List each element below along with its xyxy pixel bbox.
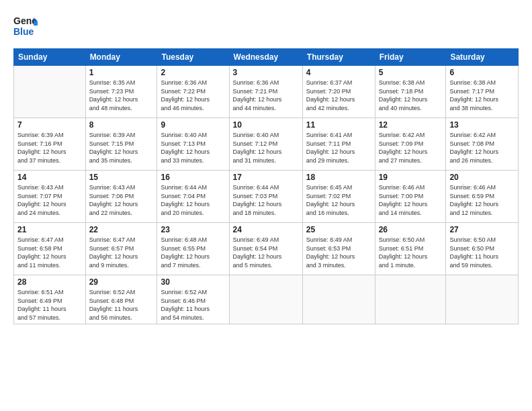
day-number: 11 — [306, 120, 371, 130]
calendar-cell: 23Sunrise: 6:48 AMSunset: 6:55 PMDayligh… — [157, 223, 229, 275]
day-number: 27 — [449, 225, 515, 234]
day-info: Sunrise: 6:42 AMSunset: 7:09 PMDaylight:… — [379, 131, 443, 165]
calendar-cell: 1Sunrise: 6:35 AMSunset: 7:23 PMDaylight… — [85, 66, 157, 118]
day-number: 7 — [17, 120, 82, 130]
day-number: 22 — [89, 225, 154, 234]
calendar-cell — [302, 275, 375, 324]
day-number: 1 — [89, 68, 154, 77]
day-number: 24 — [233, 225, 299, 234]
day-info: Sunrise: 6:36 AMSunset: 7:22 PMDaylight:… — [161, 79, 225, 112]
day-info: Sunrise: 6:49 AMSunset: 6:54 PMDaylight:… — [233, 236, 299, 269]
calendar-cell: 14Sunrise: 6:43 AMSunset: 7:07 PMDayligh… — [14, 171, 86, 223]
calendar-cell: 2Sunrise: 6:36 AMSunset: 7:22 PMDaylight… — [157, 66, 229, 118]
calendar-header-row: SundayMondayTuesdayWednesdayThursdayFrid… — [14, 49, 519, 66]
calendar-week-row: 21Sunrise: 6:47 AMSunset: 6:58 PMDayligh… — [14, 223, 519, 275]
calendar-cell: 19Sunrise: 6:46 AMSunset: 7:00 PMDayligh… — [375, 171, 446, 223]
day-number: 17 — [233, 173, 299, 182]
calendar-cell: 13Sunrise: 6:42 AMSunset: 7:08 PMDayligh… — [446, 118, 519, 171]
day-number: 10 — [233, 120, 299, 130]
calendar-cell: 21Sunrise: 6:47 AMSunset: 6:58 PMDayligh… — [14, 223, 86, 275]
day-info: Sunrise: 6:43 AMSunset: 7:07 PMDaylight:… — [17, 183, 82, 217]
logo: General Blue — [13, 12, 38, 42]
weekday-header-saturday: Saturday — [446, 49, 519, 66]
calendar-cell: 10Sunrise: 6:40 AMSunset: 7:12 PMDayligh… — [229, 118, 302, 171]
day-info: Sunrise: 6:42 AMSunset: 7:08 PMDaylight:… — [449, 131, 515, 165]
day-number: 3 — [233, 68, 299, 77]
day-number: 12 — [379, 120, 443, 130]
day-info: Sunrise: 6:46 AMSunset: 6:59 PMDaylight:… — [449, 183, 515, 217]
day-info: Sunrise: 6:38 AMSunset: 7:17 PMDaylight:… — [449, 79, 515, 112]
calendar-cell: 6Sunrise: 6:38 AMSunset: 7:17 PMDaylight… — [446, 66, 519, 118]
day-info: Sunrise: 6:44 AMSunset: 7:03 PMDaylight:… — [233, 183, 299, 217]
day-number: 20 — [449, 173, 515, 182]
calendar-cell: 4Sunrise: 6:37 AMSunset: 7:20 PMDaylight… — [302, 66, 375, 118]
day-info: Sunrise: 6:52 AMSunset: 6:46 PMDaylight:… — [161, 288, 225, 322]
day-info: Sunrise: 6:39 AMSunset: 7:15 PMDaylight:… — [89, 131, 154, 165]
calendar-cell: 27Sunrise: 6:50 AMSunset: 6:50 PMDayligh… — [446, 223, 519, 275]
day-number: 6 — [449, 68, 515, 77]
day-number: 4 — [306, 68, 371, 77]
calendar-cell: 12Sunrise: 6:42 AMSunset: 7:09 PMDayligh… — [375, 118, 446, 171]
day-number: 29 — [89, 277, 154, 287]
day-info: Sunrise: 6:50 AMSunset: 6:50 PMDaylight:… — [449, 236, 515, 269]
calendar-cell: 17Sunrise: 6:44 AMSunset: 7:03 PMDayligh… — [229, 171, 302, 223]
calendar-week-row: 7Sunrise: 6:39 AMSunset: 7:16 PMDaylight… — [14, 118, 519, 171]
day-info: Sunrise: 6:40 AMSunset: 7:13 PMDaylight:… — [161, 131, 225, 165]
day-info: Sunrise: 6:36 AMSunset: 7:21 PMDaylight:… — [233, 79, 299, 112]
weekday-header-tuesday: Tuesday — [157, 49, 229, 66]
calendar-week-row: 14Sunrise: 6:43 AMSunset: 7:07 PMDayligh… — [14, 171, 519, 223]
calendar-cell: 5Sunrise: 6:38 AMSunset: 7:18 PMDaylight… — [375, 66, 446, 118]
calendar-cell — [375, 275, 446, 324]
calendar-week-row: 28Sunrise: 6:51 AMSunset: 6:49 PMDayligh… — [14, 275, 519, 324]
calendar-cell: 22Sunrise: 6:47 AMSunset: 6:57 PMDayligh… — [85, 223, 157, 275]
calendar-cell — [446, 275, 519, 324]
logo-icon: General Blue — [13, 12, 38, 39]
day-number: 25 — [306, 225, 371, 234]
calendar-cell: 15Sunrise: 6:43 AMSunset: 7:06 PMDayligh… — [85, 171, 157, 223]
day-info: Sunrise: 6:39 AMSunset: 7:16 PMDaylight:… — [17, 131, 82, 165]
day-number: 18 — [306, 173, 371, 182]
calendar-cell: 8Sunrise: 6:39 AMSunset: 7:15 PMDaylight… — [85, 118, 157, 171]
day-number: 14 — [17, 173, 82, 182]
day-number: 30 — [161, 277, 225, 287]
day-number: 13 — [449, 120, 515, 130]
day-info: Sunrise: 6:43 AMSunset: 7:06 PMDaylight:… — [89, 183, 154, 217]
calendar-cell: 20Sunrise: 6:46 AMSunset: 6:59 PMDayligh… — [446, 171, 519, 223]
calendar-cell: 11Sunrise: 6:41 AMSunset: 7:11 PMDayligh… — [302, 118, 375, 171]
day-number: 26 — [379, 225, 443, 234]
day-number: 16 — [161, 173, 225, 182]
day-number: 2 — [161, 68, 225, 77]
day-info: Sunrise: 6:41 AMSunset: 7:11 PMDaylight:… — [306, 131, 371, 165]
day-info: Sunrise: 6:40 AMSunset: 7:12 PMDaylight:… — [233, 131, 299, 165]
calendar-cell: 24Sunrise: 6:49 AMSunset: 6:54 PMDayligh… — [229, 223, 302, 275]
day-number: 9 — [161, 120, 225, 130]
page-header: General Blue — [13, 12, 519, 42]
day-info: Sunrise: 6:38 AMSunset: 7:18 PMDaylight:… — [379, 79, 443, 112]
day-info: Sunrise: 6:48 AMSunset: 6:55 PMDaylight:… — [161, 236, 225, 269]
calendar-cell: 26Sunrise: 6:50 AMSunset: 6:51 PMDayligh… — [375, 223, 446, 275]
calendar-table: SundayMondayTuesdayWednesdayThursdayFrid… — [13, 48, 519, 324]
calendar-cell — [14, 66, 86, 118]
day-info: Sunrise: 6:47 AMSunset: 6:58 PMDaylight:… — [17, 236, 82, 269]
weekday-header-friday: Friday — [375, 49, 446, 66]
calendar-cell: 9Sunrise: 6:40 AMSunset: 7:13 PMDaylight… — [157, 118, 229, 171]
calendar-cell: 7Sunrise: 6:39 AMSunset: 7:16 PMDaylight… — [14, 118, 86, 171]
calendar-cell: 16Sunrise: 6:44 AMSunset: 7:04 PMDayligh… — [157, 171, 229, 223]
day-info: Sunrise: 6:46 AMSunset: 7:00 PMDaylight:… — [379, 183, 443, 217]
day-number: 8 — [89, 120, 154, 130]
day-number: 23 — [161, 225, 225, 234]
day-info: Sunrise: 6:49 AMSunset: 6:53 PMDaylight:… — [306, 236, 371, 269]
day-info: Sunrise: 6:51 AMSunset: 6:49 PMDaylight:… — [17, 288, 82, 322]
calendar-cell: 18Sunrise: 6:45 AMSunset: 7:02 PMDayligh… — [302, 171, 375, 223]
svg-text:Blue: Blue — [13, 26, 34, 37]
day-info: Sunrise: 6:44 AMSunset: 7:04 PMDaylight:… — [161, 183, 225, 217]
day-number: 28 — [17, 277, 82, 287]
calendar-cell: 30Sunrise: 6:52 AMSunset: 6:46 PMDayligh… — [157, 275, 229, 324]
calendar-cell: 3Sunrise: 6:36 AMSunset: 7:21 PMDaylight… — [229, 66, 302, 118]
weekday-header-wednesday: Wednesday — [229, 49, 302, 66]
day-info: Sunrise: 6:37 AMSunset: 7:20 PMDaylight:… — [306, 79, 371, 112]
weekday-header-sunday: Sunday — [14, 49, 86, 66]
calendar-cell: 28Sunrise: 6:51 AMSunset: 6:49 PMDayligh… — [14, 275, 86, 324]
calendar-cell — [229, 275, 302, 324]
day-info: Sunrise: 6:52 AMSunset: 6:48 PMDaylight:… — [89, 288, 154, 322]
